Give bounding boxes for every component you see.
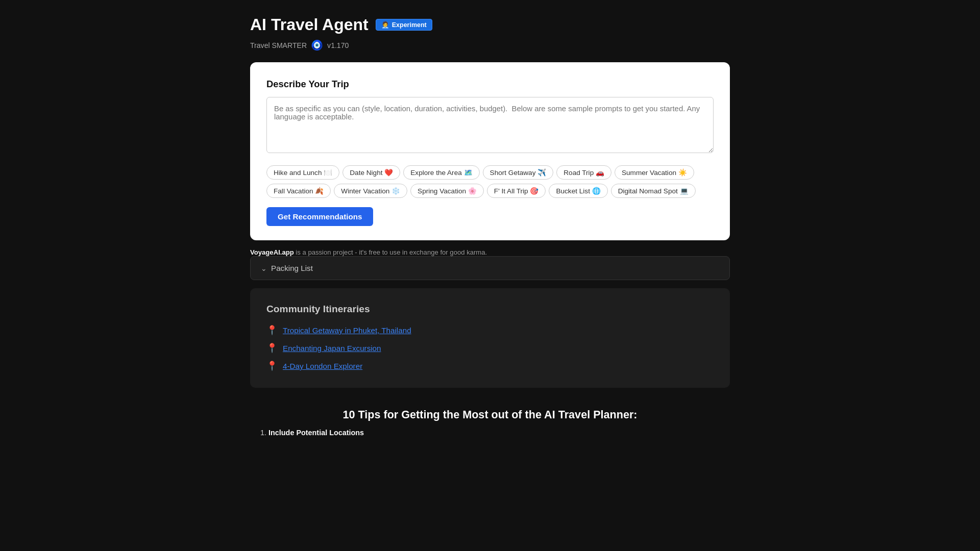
chevron-down-icon: ⌄ xyxy=(261,264,267,272)
prompt-chips: Hike and Lunch 🍽️ Date Night ❤️ Explore … xyxy=(266,165,714,198)
packing-list-section[interactable]: ⌄ Packing List xyxy=(250,256,730,280)
pin-icon-phuket: 📍 xyxy=(266,325,278,336)
chip-road-trip[interactable]: Road Trip 🚗 xyxy=(556,165,611,180)
list-item: 📍 Enchanting Japan Excursion xyxy=(266,343,714,354)
tips-section: 10 Tips for Getting the Most out of the … xyxy=(250,396,730,444)
list-item: 📍 4-Day London Explorer xyxy=(266,361,714,371)
pin-icon-london: 📍 xyxy=(266,361,278,371)
itinerary-list: 📍 Tropical Getaway in Phuket, Thailand 📍… xyxy=(266,325,714,371)
app-title: AI Travel Agent xyxy=(250,15,369,34)
meta-app-name: Travel SMARTER xyxy=(250,41,307,49)
chip-explore-the-area[interactable]: Explore the Area 🗺️ xyxy=(403,165,479,180)
karma-note: VoyageAI.app is a passion project - it's… xyxy=(250,248,730,256)
meta-emoji: 🧿 xyxy=(311,39,323,51)
community-title: Community Itineraries xyxy=(266,304,714,315)
get-recommendations-button[interactable]: Get Recommendations xyxy=(266,207,373,226)
tip-item-1: 1. Include Potential Locations xyxy=(250,429,730,437)
main-card: Describe Your Trip Hike and Lunch 🍽️ Dat… xyxy=(250,62,730,240)
card-title: Describe Your Trip xyxy=(266,79,714,90)
meta-version: v1.170 xyxy=(327,41,349,49)
itinerary-link-phuket[interactable]: Tropical Getaway in Phuket, Thailand xyxy=(283,326,411,335)
packing-list-label: Packing List xyxy=(271,264,313,272)
chip-hike-and-lunch[interactable]: Hike and Lunch 🍽️ xyxy=(266,165,339,180)
chip-fall-vacation[interactable]: Fall Vacation 🍂 xyxy=(266,184,331,198)
community-itineraries-card: Community Itineraries 📍 Tropical Getaway… xyxy=(250,288,730,388)
pin-icon-japan: 📍 xyxy=(266,343,278,354)
chip-bucket-list[interactable]: Bucket List 🌐 xyxy=(549,184,607,198)
chip-digital-nomad-spot[interactable]: Digital Nomad Spot 💻 xyxy=(611,184,696,198)
experiment-badge: 🧑‍💼 Experiment xyxy=(376,19,432,31)
trip-description-input[interactable] xyxy=(266,97,714,153)
chip-spring-vacation[interactable]: Spring Vacation 🌸 xyxy=(410,184,484,198)
list-item: 📍 Tropical Getaway in Phuket, Thailand xyxy=(266,325,714,336)
itinerary-link-japan[interactable]: Enchanting Japan Excursion xyxy=(283,344,381,353)
experiment-person-icon: 🧑‍💼 xyxy=(381,21,389,29)
chip-winter-vacation[interactable]: Winter Vacation ❄️ xyxy=(334,184,407,198)
chip-short-getaway[interactable]: Short Getaway ✈️ xyxy=(483,165,554,180)
chip-date-night[interactable]: Date Night ❤️ xyxy=(342,165,400,180)
chip-f-it-all-trip[interactable]: F' It All Trip 🎯 xyxy=(487,184,546,198)
chip-summer-vacation[interactable]: Summer Vacation ☀️ xyxy=(615,165,694,180)
itinerary-link-london[interactable]: 4-Day London Explorer xyxy=(283,362,362,370)
tips-title: 10 Tips for Getting the Most out of the … xyxy=(250,408,730,421)
voyage-ai-link[interactable]: VoyageAI.app xyxy=(250,248,294,256)
